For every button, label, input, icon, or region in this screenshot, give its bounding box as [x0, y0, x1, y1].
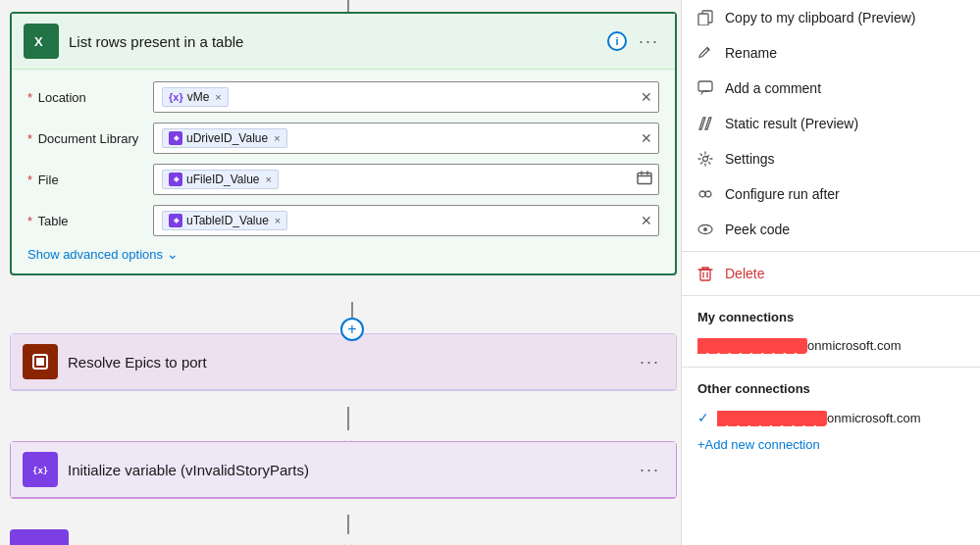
- resolve-card-title: Resolve Epics to port: [68, 354, 626, 371]
- resolve-card-actions: ···: [636, 350, 664, 374]
- table-tag: ◈ uTableID_Value ×: [162, 211, 287, 230]
- init-card-title: Initialize variable (vInvalidStoryParts): [68, 462, 626, 478]
- file-field-row: * File ◈ uFileID_Value ×: [27, 164, 659, 195]
- required-star-3: *: [27, 173, 32, 187]
- location-clear-button[interactable]: ✕: [641, 89, 652, 105]
- location-tag: {x} vMe ×: [162, 87, 229, 107]
- table-field-row: * Table ◈ uTableID_Value × ✕: [27, 205, 659, 236]
- svg-rect-2: [638, 173, 651, 184]
- copy-icon: [697, 10, 713, 25]
- required-star: *: [27, 90, 32, 105]
- menu-item-delete[interactable]: Delete: [682, 256, 980, 291]
- menu-item-copy[interactable]: Copy to my clipboard (Preview): [682, 0, 980, 35]
- configure-icon: [697, 186, 713, 202]
- static-icon: [697, 116, 713, 131]
- resolve-icon: [23, 344, 58, 379]
- check-icon: ✓: [697, 410, 709, 425]
- init-card: {x} Initialize variable (vInvalidStoryPa…: [10, 441, 677, 499]
- excel-icon: X: [24, 24, 59, 59]
- svg-point-13: [705, 191, 711, 197]
- file-tag: ◈ uFileID_Value ×: [162, 170, 279, 189]
- document-library-clear-button[interactable]: ✕: [641, 130, 652, 146]
- show-advanced-options[interactable]: Show advanced options ⌄: [27, 246, 659, 262]
- my-connection-item[interactable]: ██████████onmicrosoft.com: [697, 332, 964, 359]
- other-connection-item[interactable]: ✓ ██████████onmicrosoft.com: [697, 404, 964, 431]
- menu-item-rename[interactable]: Rename: [682, 35, 980, 71]
- add-connection-label: +Add new connection: [697, 437, 820, 452]
- resolve-card-header: Resolve Epics to port ···: [11, 334, 676, 390]
- svg-point-15: [703, 227, 707, 231]
- location-input[interactable]: {x} vMe × ✕: [153, 81, 659, 113]
- svg-text:{x}: {x}: [32, 466, 48, 475]
- init-card-actions: ···: [636, 458, 664, 482]
- settings-icon: [697, 151, 713, 167]
- menu-item-comment-label: Add a comment: [725, 80, 821, 96]
- table-tag-close[interactable]: ×: [275, 215, 281, 226]
- file-tag-value: uFileID_Value: [186, 173, 259, 186]
- location-tag-close[interactable]: ×: [215, 91, 221, 103]
- bottom-partial-card: [10, 529, 69, 545]
- menu-divider: [682, 251, 980, 252]
- resolve-more-button[interactable]: ···: [636, 350, 664, 374]
- document-library-label: * Document Library: [27, 131, 145, 146]
- other-connection-email: ██████████onmicrosoft.com: [717, 411, 920, 425]
- document-library-input[interactable]: ◈ uDriveID_Value × ✕: [153, 123, 659, 154]
- other-connections-title: Other connections: [697, 381, 964, 396]
- menu-item-delete-label: Delete: [725, 266, 764, 281]
- table-tag-value: uTableID_Value: [186, 214, 269, 227]
- connections-divider: [682, 295, 980, 296]
- init-more-button[interactable]: ···: [636, 458, 664, 482]
- dynamic-icon-3: ◈: [169, 214, 182, 227]
- add-new-connection-button[interactable]: +Add new connection: [697, 431, 964, 458]
- my-connection-redacted: ██████████: [697, 338, 807, 353]
- menu-item-rename-label: Rename: [725, 45, 777, 61]
- other-connection-redacted: ██████████: [717, 411, 827, 425]
- dynamic-icon-1: ◈: [169, 131, 182, 145]
- excel-card-title: List rows present in a table: [69, 33, 597, 50]
- menu-item-peek[interactable]: Peek code: [682, 212, 980, 247]
- last-connector: ⌄: [340, 515, 355, 545]
- my-connections-title: My connections: [697, 310, 964, 324]
- context-menu-panel: Copy to my clipboard (Preview) Rename Ad…: [681, 0, 980, 545]
- chevron-down-icon: ⌄: [167, 246, 179, 262]
- excel-card: X List rows present in a table i ··· * L…: [10, 12, 677, 275]
- svg-point-12: [699, 191, 705, 197]
- my-connection-email: ██████████onmicrosoft.com: [697, 338, 901, 353]
- comment-icon: [697, 80, 713, 96]
- other-connections-divider: [682, 367, 980, 368]
- file-tag-close[interactable]: ×: [265, 173, 271, 185]
- file-browse-button[interactable]: [637, 171, 652, 189]
- excel-card-header: X List rows present in a table i ···: [12, 14, 675, 70]
- document-library-tag-close[interactable]: ×: [274, 132, 280, 144]
- my-connections-section: My connections ██████████onmicrosoft.com: [682, 300, 980, 363]
- document-library-field-row: * Document Library ◈ uDriveID_Value × ✕: [27, 123, 659, 154]
- svg-rect-9: [698, 14, 708, 25]
- menu-item-settings-label: Settings: [725, 151, 775, 167]
- show-advanced-label: Show advanced options: [27, 247, 163, 262]
- menu-item-static[interactable]: Static result (Preview): [682, 106, 980, 141]
- menu-item-comment[interactable]: Add a comment: [682, 71, 980, 106]
- file-label: * File: [27, 173, 145, 187]
- menu-item-configure-label: Configure run after: [725, 186, 840, 202]
- file-input[interactable]: ◈ uFileID_Value ×: [153, 164, 659, 195]
- svg-rect-16: [700, 270, 710, 280]
- menu-item-peek-label: Peek code: [725, 222, 790, 237]
- menu-item-configure[interactable]: Configure run after: [682, 176, 980, 212]
- info-button[interactable]: i: [607, 31, 627, 51]
- init-icon: {x}: [23, 452, 58, 487]
- more-button[interactable]: ···: [635, 29, 663, 54]
- table-clear-button[interactable]: ✕: [641, 213, 652, 228]
- init-card-header: {x} Initialize variable (vInvalidStoryPa…: [11, 442, 676, 498]
- add-step-button[interactable]: +: [340, 318, 364, 341]
- svg-rect-5: [36, 358, 44, 366]
- excel-card-actions: i ···: [607, 29, 663, 54]
- main-canvas: ⌄ X List rows present in a table i ··· *…: [0, 0, 681, 545]
- peek-icon: [697, 222, 713, 237]
- document-library-tag-value: uDriveID_Value: [186, 131, 268, 145]
- table-input[interactable]: ◈ uTableID_Value × ✕: [153, 205, 659, 236]
- location-label: * Location: [27, 90, 145, 105]
- table-label: * Table: [27, 214, 145, 228]
- svg-rect-10: [698, 81, 712, 91]
- menu-item-settings[interactable]: Settings: [682, 141, 980, 176]
- required-star-2: *: [27, 131, 32, 146]
